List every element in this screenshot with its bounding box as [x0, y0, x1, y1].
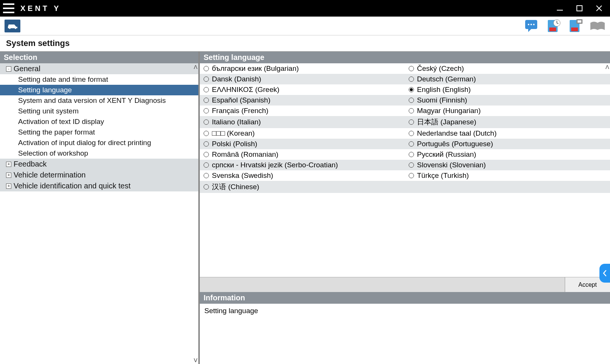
- tree-child[interactable]: Setting language: [0, 85, 198, 95]
- tree-node-label: Vehicle identification and quick test: [14, 182, 130, 190]
- language-row: српски - Hrvatski jezik (Serbo-Croatian)…: [200, 160, 610, 170]
- tree-child[interactable]: Setting unit system: [0, 106, 198, 116]
- language-row: Français (French)Magyar (Hungarian): [200, 106, 610, 116]
- language-option[interactable]: Русский (Russian): [405, 149, 610, 160]
- language-option[interactable]: Deutsch (German): [405, 74, 610, 84]
- language-option[interactable]: Türkçe (Turkish): [405, 170, 610, 181]
- language-option[interactable]: □□□ (Korean): [200, 128, 405, 139]
- side-tab-button[interactable]: [599, 264, 610, 283]
- radio-icon[interactable]: [204, 66, 209, 71]
- language-label: English (English): [417, 86, 471, 94]
- radio-icon[interactable]: [409, 173, 414, 178]
- radio-icon[interactable]: [409, 131, 414, 136]
- tree-node[interactable]: +Vehicle identification and quick test: [0, 180, 198, 191]
- radio-icon[interactable]: [204, 162, 209, 168]
- language-option[interactable]: Italiano (Italian): [200, 116, 405, 128]
- language-label: български език (Bulgarian): [212, 64, 299, 73]
- language-label: Português (Portuguese): [417, 140, 493, 148]
- radio-icon[interactable]: [204, 98, 209, 103]
- language-option[interactable]: Português (Portuguese): [405, 139, 610, 149]
- language-option[interactable]: Český (Czech): [405, 63, 610, 74]
- svg-point-5: [528, 24, 529, 25]
- radio-icon[interactable]: [204, 76, 209, 82]
- pdf-print-icon[interactable]: [568, 18, 584, 34]
- radio-icon[interactable]: [409, 98, 414, 103]
- language-area: ᐱ ᐯ български език (Bulgarian)Český (Cze…: [200, 63, 610, 292]
- language-option: [405, 181, 610, 193]
- radio-icon[interactable]: [204, 184, 209, 190]
- language-option[interactable]: Svenska (Swedish): [200, 170, 405, 181]
- expand-icon[interactable]: +: [6, 173, 11, 178]
- close-button[interactable]: [595, 4, 603, 12]
- language-option[interactable]: Română (Romanian): [200, 149, 405, 160]
- language-option[interactable]: Magyar (Hungarian): [405, 106, 610, 116]
- tree-child[interactable]: Activation of input dialog for direct pr…: [0, 138, 198, 148]
- window-controls: [556, 4, 607, 12]
- language-option[interactable]: 日本語 (Japanese): [405, 116, 610, 128]
- language-row: български език (Bulgarian)Český (Czech): [200, 63, 610, 74]
- tree-node[interactable]: +Vehicle determination: [0, 170, 198, 180]
- tree-node[interactable]: -General: [0, 63, 198, 74]
- language-option[interactable]: Polski (Polish): [200, 139, 405, 149]
- app-window: XENT Y: [0, 0, 610, 364]
- tree-child[interactable]: System and data version of XENT Y Diagno…: [0, 95, 198, 106]
- radio-icon[interactable]: [409, 76, 414, 82]
- language-option[interactable]: English (English): [405, 84, 610, 95]
- book-icon[interactable]: [590, 18, 605, 34]
- radio-icon[interactable]: [409, 152, 414, 157]
- language-option[interactable]: ΕΛΛΗΝΙΚΟΣ (Greek): [200, 84, 405, 95]
- radio-icon[interactable]: [409, 141, 414, 147]
- language-option[interactable]: Dansk (Danish): [200, 74, 405, 84]
- language-label: Magyar (Hungarian): [417, 107, 481, 115]
- radio-icon[interactable]: [409, 87, 414, 92]
- language-label: Română (Romanian): [212, 150, 278, 159]
- language-label: Suomi (Finnish): [417, 96, 467, 104]
- tree-child[interactable]: Activation of text ID display: [0, 116, 198, 127]
- radio-icon[interactable]: [204, 173, 209, 178]
- accept-bar: Accept: [200, 277, 610, 292]
- minimize-button[interactable]: [556, 4, 564, 12]
- chevron-up-icon[interactable]: ᐱ: [194, 64, 198, 70]
- radio-icon[interactable]: [204, 87, 209, 92]
- language-list[interactable]: ᐱ ᐯ български език (Bulgarian)Český (Cze…: [200, 63, 610, 277]
- svg-rect-14: [578, 20, 581, 23]
- radio-icon[interactable]: [204, 152, 209, 157]
- language-option[interactable]: български език (Bulgarian): [200, 63, 405, 74]
- chevron-up-icon[interactable]: ᐱ: [605, 64, 609, 70]
- chat-icon[interactable]: [524, 18, 540, 34]
- radio-icon[interactable]: [204, 119, 209, 125]
- radio-icon[interactable]: [204, 108, 209, 113]
- radio-icon[interactable]: [204, 141, 209, 147]
- tree-child[interactable]: Setting the paper format: [0, 127, 198, 138]
- selection-header: Selection: [0, 52, 198, 63]
- settings-tree[interactable]: ᐱ ᐯ -GeneralSetting date and time format…: [0, 63, 198, 364]
- tree-node[interactable]: +Feedback: [0, 159, 198, 170]
- tree-child[interactable]: Selection of workshop: [0, 148, 198, 159]
- language-option[interactable]: Suomi (Finnish): [405, 95, 610, 106]
- chevron-down-icon[interactable]: ᐯ: [194, 357, 198, 363]
- radio-icon[interactable]: [409, 108, 414, 113]
- language-option[interactable]: Slovenski (Slovenian): [405, 160, 610, 170]
- pdf-history-icon[interactable]: [546, 18, 562, 34]
- expand-icon[interactable]: +: [6, 162, 11, 167]
- expand-icon[interactable]: +: [6, 184, 11, 189]
- collapse-icon[interactable]: -: [6, 66, 11, 72]
- tree-node-label: Vehicle determination: [14, 171, 86, 179]
- main-split: Selection ᐱ ᐯ -GeneralSetting date and t…: [0, 51, 610, 364]
- toolbar-right: [524, 18, 605, 34]
- language-label: Polski (Polish): [212, 140, 257, 148]
- menu-icon[interactable]: [3, 3, 14, 13]
- vehicle-button[interactable]: [5, 20, 20, 32]
- radio-icon[interactable]: [409, 162, 414, 168]
- maximize-button[interactable]: [575, 4, 584, 12]
- radio-icon[interactable]: [409, 119, 414, 125]
- language-option[interactable]: српски - Hrvatski jezik (Serbo-Croatian): [200, 160, 405, 170]
- language-option[interactable]: Español (Spanish): [200, 95, 405, 106]
- language-option[interactable]: Français (French): [200, 106, 405, 116]
- tree-child[interactable]: Setting date and time format: [0, 74, 198, 85]
- radio-icon[interactable]: [409, 66, 414, 71]
- language-option[interactable]: Nederlandse taal (Dutch): [405, 128, 610, 139]
- language-label: Dansk (Danish): [212, 75, 261, 83]
- radio-icon[interactable]: [204, 131, 209, 136]
- language-option[interactable]: 汉语 (Chinese): [200, 181, 405, 193]
